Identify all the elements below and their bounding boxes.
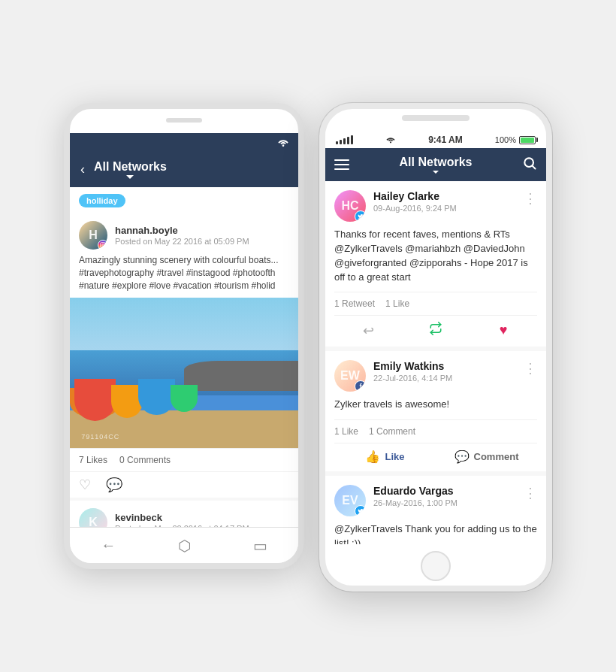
fb-comment-btn[interactable]: 💬 Comment <box>436 450 537 464</box>
holiday-tag[interactable]: holliday <box>79 194 125 207</box>
twitter-badge-hailey <box>355 210 366 222</box>
instagram-badge <box>98 240 107 250</box>
comment-action-btn[interactable]: 💬 <box>106 477 122 493</box>
ios-phone: 9:41 AM 100% All Networks <box>319 103 552 592</box>
fb-like-count: 1 Like <box>334 426 358 437</box>
post-header-1: H hannah.boyle Posted on May 22 2016 at … <box>70 213 298 254</box>
fb-comment-count: 1 Comment <box>369 426 415 437</box>
tweet-header-hailey: HC Hailey Clarke 09-Aug-2016, 9:24 PM ⋮ <box>334 190 537 222</box>
thumbs-up-icon: 👍 <box>365 450 380 464</box>
dropdown-arrow-icon <box>126 175 134 179</box>
wifi-ios-icon <box>385 136 396 144</box>
tweet-time-eduardo: 26-May-2016, 1:00 PM <box>373 498 516 507</box>
reply-action[interactable]: ↩ <box>334 322 402 339</box>
android-home-nav[interactable]: ⬡ <box>178 537 191 555</box>
more-button-eduardo[interactable]: ⋮ <box>524 485 537 501</box>
battery-icon <box>519 136 536 144</box>
battery-percent: 100% <box>495 135 516 144</box>
fb-like-label: Like <box>385 451 404 462</box>
reply-icon: ↩ <box>363 322 374 339</box>
fb-name-emily: Emily Watkins <box>373 360 516 372</box>
post-card-1: H hannah.boyle Posted on May 22 2016 at … <box>70 213 298 498</box>
back-button[interactable]: ‹ <box>80 162 85 177</box>
heart-icon: ♥ <box>500 322 508 338</box>
tweet-name-hailey: Hailey Clarke <box>373 190 516 202</box>
tweet-body-eduardo: @ZylkerTravels Thank you for adding us t… <box>334 522 537 544</box>
hamburger-button[interactable] <box>334 159 349 170</box>
android-screen: ‹ All Networks holliday H <box>70 133 298 527</box>
post-actions-1: ♡ 💬 <box>70 471 298 498</box>
ios-screen: 9:41 AM 100% All Networks <box>325 132 546 544</box>
tweet-card-hailey: HC Hailey Clarke 09-Aug-2016, 9:24 PM ⋮ … <box>325 181 546 347</box>
svg-point-4 <box>390 141 391 143</box>
like-action-btn[interactable]: ♡ <box>79 477 91 493</box>
post-card-2: K kevinbeck Posted on May 22 2016 at 04:… <box>70 501 298 527</box>
like-action[interactable]: ♥ <box>470 322 537 338</box>
avatar-emily: EW f <box>334 360 366 392</box>
fb-actions-emily: 👍 Like 💬 Comment <box>334 443 537 471</box>
tweet-name-eduardo: Eduardo Vargas <box>373 485 516 497</box>
fb-card-emily: EW f Emily Watkins 22-Jul-2016, 4:14 PM … <box>325 351 546 471</box>
android-recents-nav[interactable]: ▭ <box>253 537 267 555</box>
post-stats-1: 7 Likes 0 Comments <box>70 448 298 471</box>
wifi-icon <box>277 138 289 147</box>
tweet-time-hailey: 09-Aug-2016, 9:24 PM <box>373 204 516 213</box>
android-header-title-area[interactable]: All Networks <box>94 160 167 179</box>
tag-bar: holliday <box>70 187 298 213</box>
more-button-hailey[interactable]: ⋮ <box>524 190 537 207</box>
ios-time: 9:41 AM <box>428 135 463 145</box>
ios-feed: HC Hailey Clarke 09-Aug-2016, 9:24 PM ⋮ … <box>325 181 546 544</box>
retweet-action[interactable] <box>402 322 470 339</box>
post-text-1: Amazingly stunning scenery with colourfu… <box>70 254 298 298</box>
avatar-hailey: HC <box>334 190 366 222</box>
tweet-stats-hailey: 1 Retweet 1 Like <box>334 292 537 315</box>
svg-point-0 <box>282 144 285 147</box>
ios-status-bar: 9:41 AM 100% <box>325 132 546 148</box>
ios-battery: 100% <box>495 135 536 144</box>
android-status-bar <box>70 133 298 151</box>
android-back-nav[interactable]: ← <box>101 537 116 554</box>
avatar-kevin: K <box>79 508 107 527</box>
svg-point-3 <box>104 244 105 244</box>
svg-point-2 <box>102 244 104 247</box>
svg-line-6 <box>533 165 536 168</box>
ios-header-title: All Networks <box>400 156 473 168</box>
fb-meta-emily: Emily Watkins 22-Jul-2016, 4:14 PM <box>373 360 516 383</box>
android-header-title: All Networks <box>94 160 167 174</box>
avatar-hannah: H <box>79 221 107 250</box>
search-button[interactable] <box>522 156 537 174</box>
ios-home-button[interactable] <box>421 551 451 581</box>
fb-like-btn[interactable]: 👍 Like <box>334 450 436 464</box>
watermark: 791104CC <box>81 433 119 440</box>
android-phone: ‹ All Networks holliday H <box>64 103 304 569</box>
comment-bubble-icon: 💬 <box>454 450 470 464</box>
post-header-2: K kevinbeck Posted on May 22 2016 at 04:… <box>79 508 289 527</box>
likes-count: 7 Likes <box>79 455 107 465</box>
android-content: holliday H hannah.boyle Posted on <box>70 187 298 527</box>
fb-stats-emily: 1 Like 1 Comment <box>334 419 537 443</box>
post-time-1: Posted on May 22 2016 at 05:09 PM <box>115 237 289 246</box>
android-nav-bar: ← ⬡ ▭ <box>70 527 298 563</box>
post-image-1: 791104CC <box>70 298 298 448</box>
tweet-card-eduardo: EV Eduardo Vargas 26-May-2016, 1:00 PM ⋮… <box>325 476 546 544</box>
comments-count: 0 Comments <box>119 455 171 465</box>
fb-time-emily: 22-Jul-2016, 4:14 PM <box>373 374 516 383</box>
tweet-meta-hailey: Hailey Clarke 09-Aug-2016, 9:24 PM <box>373 190 516 213</box>
post-meta-2: kevinbeck Posted on May 22 2016 at 04:17… <box>115 512 289 527</box>
facebook-badge-emily: f <box>355 380 366 392</box>
ios-header: All Networks <box>325 148 546 181</box>
post-meta-1: hannah.boyle Posted on May 22 2016 at 05… <box>115 225 289 246</box>
tweet-header-eduardo: EV Eduardo Vargas 26-May-2016, 1:00 PM ⋮ <box>334 485 537 516</box>
retweet-count: 1 Retweet <box>334 298 375 309</box>
signal-icon <box>336 135 353 144</box>
tweet-body-hailey: Thanks for recent faves, mentions & RTs … <box>334 228 537 284</box>
ios-dropdown-arrow-icon <box>433 171 439 174</box>
post-author-1: hannah.boyle <box>115 225 289 236</box>
avatar-eduardo: EV <box>334 485 366 516</box>
scene: ‹ All Networks holliday H <box>0 0 616 672</box>
ios-notch <box>402 115 470 121</box>
more-button-emily[interactable]: ⋮ <box>524 360 537 377</box>
retweet-icon <box>429 322 442 339</box>
fb-header-emily: EW f Emily Watkins 22-Jul-2016, 4:14 PM … <box>334 360 537 392</box>
ios-header-title-area[interactable]: All Networks <box>349 156 522 174</box>
